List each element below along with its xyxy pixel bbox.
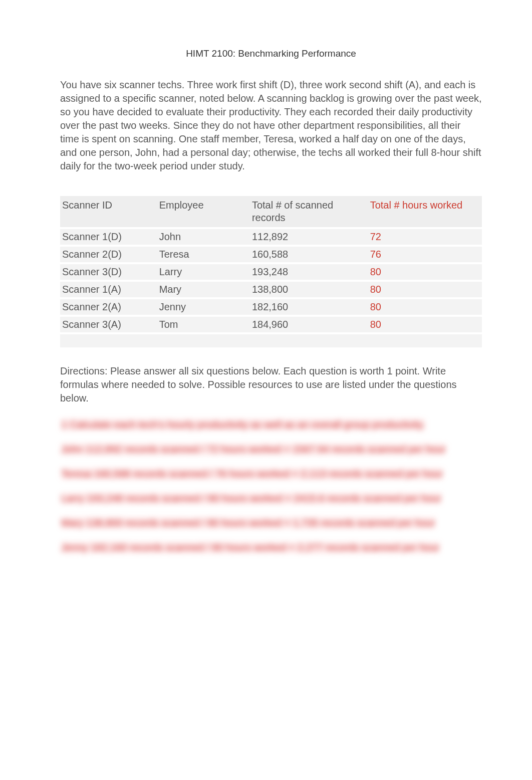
header-hours: Total # hours worked — [368, 194, 482, 228]
cell-employee: Teresa — [157, 246, 250, 263]
table-row: Scanner 1(D) John 112,892 72 — [60, 228, 482, 246]
table-row-empty — [60, 333, 482, 347]
obscured-line: Mary 138,800 records scanned / 80 hours … — [61, 517, 435, 528]
cell-employee: Tom — [157, 316, 250, 333]
cell-scanner: Scanner 1(A) — [60, 281, 157, 298]
cell-employee: Larry — [157, 263, 250, 281]
cell-records: 193,248 — [250, 263, 368, 281]
obscured-line: 1 Calculate each tech’s hourly productiv… — [61, 419, 425, 430]
obscured-line: John 112,892 records scanned / 72 hours … — [61, 444, 446, 455]
header-records: Total # of scanned records — [250, 194, 368, 228]
cell-employee: Mary — [157, 281, 250, 298]
cell-scanner: Scanner 1(D) — [60, 228, 157, 246]
cell-hours: 80 — [368, 281, 482, 298]
obscured-answers: 1 Calculate each tech’s hourly productiv… — [60, 418, 482, 554]
cell-scanner: Scanner 2(A) — [60, 298, 157, 316]
table-row: Scanner 3(A) Tom 184,960 80 — [60, 316, 482, 333]
table-row: Scanner 3(D) Larry 193,248 80 — [60, 263, 482, 281]
cell-records: 138,800 — [250, 281, 368, 298]
table-row: Scanner 2(D) Teresa 160,588 76 — [60, 246, 482, 263]
cell-records: 160,588 — [250, 246, 368, 263]
table-row: Scanner 2(A) Jenny 182,160 80 — [60, 298, 482, 316]
cell-scanner: Scanner 3(A) — [60, 316, 157, 333]
page-title: HIMT 2100: Benchmarking Performance — [60, 48, 482, 59]
intro-paragraph: You have six scanner techs. Three work f… — [60, 78, 482, 173]
cell-scanner: Scanner 2(D) — [60, 246, 157, 263]
cell-employee: Jenny — [157, 298, 250, 316]
cell-hours: 80 — [368, 316, 482, 333]
header-scanner-id: Scanner ID — [60, 194, 157, 228]
table-header-row: Scanner ID Employee Total # of scanned r… — [60, 194, 482, 228]
cell-records: 112,892 — [250, 228, 368, 246]
cell-employee: John — [157, 228, 250, 246]
productivity-table: Scanner ID Employee Total # of scanned r… — [60, 193, 482, 347]
cell-hours: 76 — [368, 246, 482, 263]
obscured-line: Larry 193,248 records scanned / 80 hours… — [61, 493, 441, 504]
directions-paragraph: Directions: Please answer all six questi… — [60, 364, 482, 405]
header-employee: Employee — [157, 194, 250, 228]
cell-records: 184,960 — [250, 316, 368, 333]
cell-hours: 80 — [368, 263, 482, 281]
cell-hours: 80 — [368, 298, 482, 316]
cell-hours: 72 — [368, 228, 482, 246]
cell-scanner: Scanner 3(D) — [60, 263, 157, 281]
table-row: Scanner 1(A) Mary 138,800 80 — [60, 281, 482, 298]
cell-records: 182,160 — [250, 298, 368, 316]
obscured-line: Teresa 160,588 records scanned / 76 hour… — [61, 468, 443, 479]
obscured-line: Jenny 182,160 records scanned / 80 hours… — [61, 542, 439, 553]
